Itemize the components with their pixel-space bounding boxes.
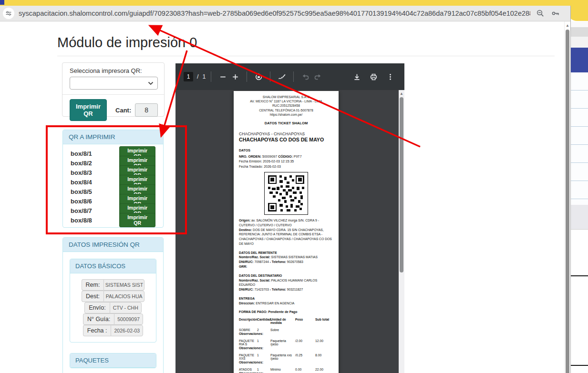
cant-input[interactable] <box>135 103 158 117</box>
qr-item-label: box/8/8 <box>71 217 119 224</box>
qr-item-label: box/8/6 <box>71 198 119 205</box>
pdf-page-total: 1 <box>202 73 206 80</box>
ticket-title: DATOS TICKET SHALOM <box>239 121 333 125</box>
printer-select-label: Selecciona impresora QR: <box>70 67 157 74</box>
imprimir-qr-item-button[interactable]: Imprimir QR <box>119 213 155 227</box>
field-label: Dest: <box>82 291 103 302</box>
zoom-in-button[interactable] <box>229 71 241 83</box>
title-divider <box>57 56 555 56</box>
toolbar-divider <box>211 71 211 82</box>
qr-a-imprimir-panel: QR A IMPRIMIR box/8/1 Imprimir QR box/8/… <box>62 130 164 228</box>
qr-item-label: box/8/3 <box>71 169 119 176</box>
field-value: CTV - CHH <box>110 302 142 313</box>
ticket-web: https://shalom.com.pe/ <box>239 112 333 117</box>
undo-icon <box>301 73 309 81</box>
background-top-bar <box>0 0 588 6</box>
ticket-traslado-line: Fecha Traslado: 2026-02-03 <box>239 164 333 169</box>
pdf-page-input[interactable]: 1 <box>184 72 193 81</box>
minus-icon <box>219 73 227 81</box>
screen: syscapacitacion.shalomcontrol.com/guiapd… <box>0 0 588 373</box>
table-header: Cantidad <box>257 318 269 324</box>
table-header: Unidad de medida <box>270 318 294 324</box>
pdf-toolbar: 1 / 1 <box>175 63 404 90</box>
field-row-fecha: Fecha : 2026-02-03 <box>74 325 152 336</box>
printer-select[interactable] <box>70 77 158 90</box>
tune-icon <box>5 10 12 17</box>
ticket-phone: CENTRAL TELEFÓNICA 01-5007878 <box>239 108 333 112</box>
printer-card: Selecciona impresora QR: Imprimir QR Can… <box>62 62 165 117</box>
page-title: Módulo de impresión 0 <box>57 35 197 50</box>
ticket-route: CHACHAPOYAS - CHACHAPOYAS <box>239 131 333 136</box>
cant-label: Cant: <box>115 107 131 114</box>
print-button[interactable] <box>367 71 380 83</box>
ticket-entrega: ENTREGA Direccion: ENTREGAR EN AGENCIA <box>239 296 333 306</box>
toolbar-divider <box>247 71 247 82</box>
paquetes-panel: PAQUETES <box>70 353 156 368</box>
table-header: Descripción <box>239 318 256 324</box>
background-page-strip <box>571 6 588 373</box>
background-divider <box>571 365 588 366</box>
browser-url-bar: syscapacitacion.shalomcontrol.com/guiapd… <box>0 6 570 21</box>
site-info-button[interactable] <box>3 8 14 19</box>
table-row: ATADOS 1 Minimo 0.00 22.00 Observaciones… <box>239 368 333 373</box>
undo-button[interactable] <box>299 71 311 83</box>
printer-icon <box>370 73 378 81</box>
ticket-address: AV. MEXICO N° 1187 LA VICTORIA - LIMA - … <box>239 99 333 103</box>
qr-panel-title: QR A IMPRIMIR <box>63 130 163 144</box>
qr-item-label: box/8/4 <box>71 179 119 186</box>
ticket-table: Descripción Cantidad Unidad de medida Pe… <box>239 318 333 373</box>
ticket-datos-label: DATOS <box>239 149 333 152</box>
table-row: PAQUETERIA S 1 Paqueteria /peso /2.00 12… <box>239 339 333 350</box>
ticket-destinatario: DATOS DEL DESTINATARIO Nombre/Raz. Socia… <box>239 273 333 292</box>
toolbar-divider <box>270 71 270 82</box>
main-scrollbar-thumb[interactable] <box>566 30 569 373</box>
qr-item-label: box/8/2 <box>71 160 119 167</box>
table-row: SOBRE 2 Sobre Observaciones: <box>239 328 333 335</box>
more-options-button[interactable] <box>384 71 396 83</box>
datos-impresion-panel: DATOS IMPRESIÓN QR DATOS BÁSICOS Rem: SI… <box>62 237 164 373</box>
key-icon[interactable] <box>551 9 560 18</box>
datos-basicos-panel: DATOS BÁSICOS Rem: SISTEMAS SIST Dest: P… <box>70 259 156 343</box>
ticket-remitente: DATOS DEL REMITENTE Nombre/Raz. Social: … <box>239 251 333 269</box>
redo-icon <box>314 73 322 81</box>
ticket-forma-pago: FORMA DE PAGO: Pendiente de Pago <box>239 310 333 314</box>
pdf-ticket-page: SHALOM EMPRESARIAL S.A.C AV. MEXICO N° 1… <box>234 91 339 373</box>
qr-item-label: box/8/1 <box>71 150 119 157</box>
ticket-company: SHALOM EMPRESARIAL S.A.C <box>239 95 333 99</box>
scroll-up-arrow[interactable]: ▲ <box>565 23 570 28</box>
background-blue-corner <box>0 0 4 5</box>
background-table-rows <box>571 72 588 205</box>
background-blue-block <box>571 48 588 72</box>
main-scrollbar[interactable]: ▲ <box>564 21 570 373</box>
url-text[interactable]: syscapacitacion.shalomcontrol.com/guiapd… <box>19 10 530 17</box>
kebab-menu-icon <box>386 73 394 81</box>
field-value: SISTEMAS SIST <box>103 279 144 291</box>
background-band <box>571 21 588 27</box>
field-label: Rem: <box>82 279 104 291</box>
redo-button[interactable] <box>311 71 324 83</box>
table-row: PAQUETE XXS 1 Paqueteria xxs /peso /0.25… <box>239 353 333 364</box>
field-row-guia: N° Guía: 50009097 <box>74 313 152 325</box>
pdf-scroll-area[interactable]: SHALOM EMPRESARIAL S.A.C AV. MEXICO N° 1… <box>175 90 404 373</box>
ticket-emision-line: Fecha Emisión: 2026-02-03 12:15:35 <box>239 159 333 164</box>
qr-item-label: box/8/7 <box>71 207 119 214</box>
table-header: Peso <box>295 318 314 324</box>
background-band <box>571 27 588 37</box>
scroll-up-arrow[interactable]: ▲ <box>399 91 404 96</box>
pdf-page-separator: / <box>197 73 198 80</box>
imprimir-qr-button[interactable]: Imprimir QR <box>70 99 107 121</box>
popup-content: Módulo de impresión 0 Selecciona impreso… <box>0 21 570 373</box>
field-label: N° Guía: <box>83 313 114 325</box>
background-divider <box>571 275 588 276</box>
rotate-button[interactable] <box>252 71 265 83</box>
zoom-out-button[interactable] <box>217 71 229 83</box>
download-button[interactable] <box>351 71 363 83</box>
ticket-agency: CHACHAPOYAS CO DOS DE MAYO <box>239 137 333 142</box>
zoom-out-icon[interactable] <box>536 9 545 18</box>
pdf-scrollbar[interactable]: ▲ <box>399 90 404 373</box>
pdf-scrollbar-thumb[interactable] <box>400 97 403 272</box>
toolbar-divider <box>293 71 294 82</box>
background-band <box>571 205 588 230</box>
field-value: 50009097 <box>114 313 143 325</box>
annotate-button[interactable] <box>276 71 288 83</box>
